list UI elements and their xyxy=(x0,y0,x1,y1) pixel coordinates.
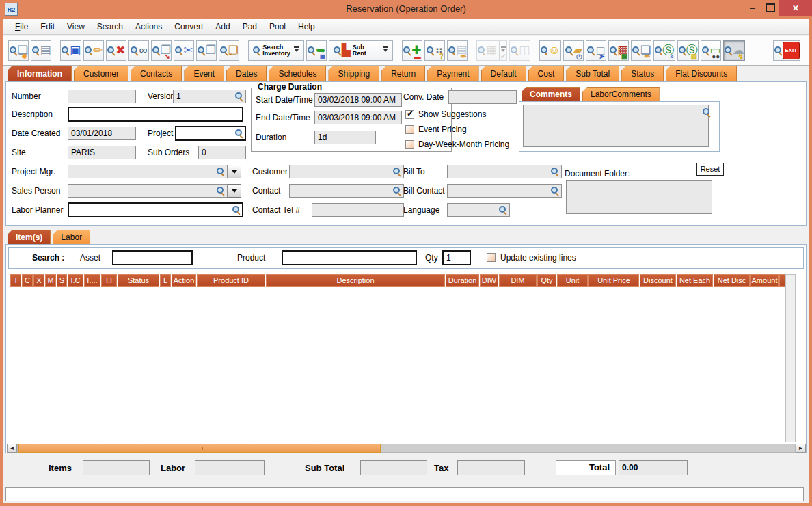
main-tab[interactable]: Status xyxy=(621,66,664,81)
reset-button[interactable]: Reset xyxy=(696,163,724,176)
column-header[interactable]: I.I xyxy=(101,274,117,287)
toolbar-button[interactable]: ▣ xyxy=(60,40,81,61)
comments-textarea[interactable] xyxy=(523,105,709,147)
main-tab[interactable]: Payment xyxy=(427,66,478,81)
checkbox[interactable] xyxy=(405,140,414,149)
column-header[interactable]: Description xyxy=(266,274,445,287)
main-tab[interactable]: Information xyxy=(8,66,72,81)
toolbar-button[interactable]: ◻ ➤ xyxy=(586,40,606,61)
column-header[interactable]: Amount xyxy=(750,274,779,287)
main-tab[interactable]: Customer xyxy=(74,66,128,81)
toolbar-button[interactable]: ▦ ✔ xyxy=(476,40,507,61)
column-header[interactable]: Status xyxy=(118,274,159,287)
qty-input[interactable] xyxy=(442,250,471,265)
column-header[interactable]: X xyxy=(33,274,44,287)
toolbar-button[interactable]: ☁ ↯ xyxy=(723,40,744,61)
column-header[interactable]: Unit xyxy=(557,274,588,287)
column-header[interactable]: T xyxy=(10,274,21,287)
toolbar-button[interactable]: ❏ ✹ xyxy=(8,40,29,61)
product-search-input[interactable] xyxy=(282,250,417,265)
menu-item[interactable]: Search xyxy=(91,22,129,31)
toolbar-button[interactable]: ❐ ➘ xyxy=(151,40,172,61)
main-tab[interactable]: Contacts xyxy=(131,66,182,81)
main-tab[interactable]: Dates xyxy=(226,66,267,81)
menu-item[interactable]: Convert xyxy=(168,22,209,31)
items-grid-body[interactable] xyxy=(10,287,784,442)
language-search-icon[interactable] xyxy=(498,205,507,214)
comments-tab[interactable]: Comments xyxy=(522,87,580,101)
customer-search-icon[interactable] xyxy=(392,167,401,176)
items-tab[interactable]: Labor xyxy=(53,230,90,244)
dropdown-arrow-icon[interactable] xyxy=(293,41,300,60)
toolbar-button[interactable]: ▩ ▩ xyxy=(608,40,629,61)
column-header[interactable]: Net Each xyxy=(677,274,713,287)
comments-tab[interactable]: LaborComments xyxy=(582,87,660,101)
column-header[interactable]: C xyxy=(22,274,33,287)
menu-item[interactable]: Actions xyxy=(129,22,168,31)
column-header[interactable]: Product ID xyxy=(197,274,265,287)
toolbar-button[interactable]: ✖ xyxy=(106,40,126,61)
main-tab[interactable]: Cost xyxy=(528,66,565,81)
close-button[interactable]: ✕ xyxy=(779,0,812,16)
column-header[interactable]: DIW xyxy=(480,274,498,287)
menu-item[interactable]: Pool xyxy=(263,22,292,31)
toolbar-button[interactable]: ❑ ❏ xyxy=(219,40,239,61)
menu-item[interactable]: Help xyxy=(292,22,321,31)
menu-item[interactable]: Edit xyxy=(34,22,61,31)
main-tab[interactable]: Shipping xyxy=(328,66,379,81)
main-tab[interactable]: Event xyxy=(184,66,224,81)
hscroll-thumb[interactable] xyxy=(18,444,381,453)
project-mgr-search-icon[interactable] xyxy=(216,167,225,176)
column-header[interactable]: S xyxy=(57,274,67,287)
toolbar-button[interactable]: ∞ xyxy=(128,40,149,61)
project-mgr-dropdown-button[interactable] xyxy=(228,165,241,178)
hscroll-left-button[interactable]: ◄ xyxy=(7,444,17,453)
column-header[interactable]: L xyxy=(160,274,171,287)
column-header[interactable]: M xyxy=(45,274,56,287)
toolbar-button[interactable]: Ⓢ » xyxy=(653,40,675,61)
checkbox[interactable] xyxy=(405,125,414,134)
column-header[interactable]: Duration xyxy=(446,274,479,287)
toolbar-button[interactable]: ✚ ▬ xyxy=(402,40,422,61)
toolbar-button[interactable]: ◫ xyxy=(509,40,530,61)
column-header[interactable]: DIM xyxy=(499,274,537,287)
bill-contact-search-icon[interactable] xyxy=(550,186,559,195)
labor-planner-field[interactable] xyxy=(68,202,243,217)
menu-item[interactable]: View xyxy=(61,22,91,31)
maximize-button[interactable] xyxy=(761,0,779,16)
main-tab[interactable]: Sub Total xyxy=(566,66,619,81)
description-field[interactable] xyxy=(68,107,243,122)
menu-item[interactable]: Add xyxy=(209,22,236,31)
hscroll-right-button[interactable]: ► xyxy=(796,444,806,453)
contact-search-icon[interactable] xyxy=(392,186,401,195)
toolbar-button[interactable]: EXIT xyxy=(773,40,800,61)
toolbar-button[interactable]: ▤ ✏ xyxy=(447,40,468,61)
column-header[interactable]: I.... xyxy=(84,274,100,287)
toolbar-button[interactable]: ▭ ●● xyxy=(701,40,721,61)
bill-to-search-icon[interactable] xyxy=(550,167,559,176)
toolbar-button[interactable]: ▤ xyxy=(31,40,51,61)
column-header[interactable]: Qty xyxy=(537,274,556,287)
version-search-icon[interactable] xyxy=(234,92,243,101)
toolbar-button[interactable]: ➥ ◼ xyxy=(306,40,327,61)
dropdown-arrow-icon[interactable] xyxy=(381,41,389,60)
column-header[interactable]: Action xyxy=(172,274,196,287)
toolbar-button[interactable]: Ⓢ ▤ xyxy=(677,40,699,61)
main-tab[interactable]: Default xyxy=(481,66,526,81)
minimize-button[interactable]: – xyxy=(744,0,761,16)
column-header[interactable]: Unit Price xyxy=(588,274,639,287)
toolbar-button[interactable]: ✏ xyxy=(83,40,104,61)
sales-person-dropdown-button[interactable] xyxy=(228,184,241,198)
labor-planner-search-icon[interactable] xyxy=(232,205,241,214)
toolbar-button[interactable]: ⠶ ? xyxy=(424,40,445,61)
checkbox[interactable] xyxy=(405,110,414,119)
main-tab[interactable]: Return xyxy=(381,66,425,81)
sales-person-search-icon[interactable] xyxy=(216,186,225,195)
column-header[interactable]: I.C xyxy=(68,274,83,287)
comments-search-icon[interactable] xyxy=(702,107,711,116)
vertical-scrollbar[interactable] xyxy=(785,274,796,442)
items-tab[interactable]: Item(s) xyxy=(8,230,51,244)
asset-search-input[interactable] xyxy=(112,250,193,265)
toolbar-button[interactable]: ▙ Sub Rent xyxy=(329,40,393,61)
main-tab[interactable]: Schedules xyxy=(269,66,326,81)
